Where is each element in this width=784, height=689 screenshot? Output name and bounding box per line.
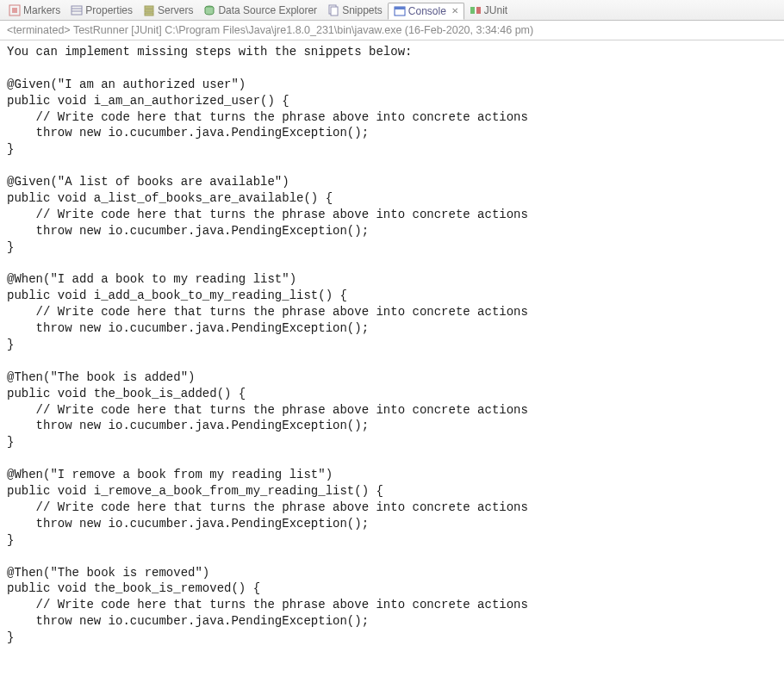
svg-rect-13 — [470, 7, 475, 14]
tab-properties[interactable]: Properties — [65, 3, 138, 18]
tab-servers[interactable]: Servers — [138, 3, 198, 18]
svg-rect-10 — [331, 7, 338, 16]
svg-rect-12 — [395, 7, 405, 9]
markers-icon — [9, 4, 21, 16]
tab-label: Console — [408, 5, 446, 17]
snippets-icon — [327, 4, 339, 16]
svg-rect-2 — [72, 6, 82, 15]
svg-rect-6 — [145, 9, 153, 12]
properties-icon — [71, 4, 83, 16]
tab-snippets[interactable]: Snippets — [322, 3, 388, 18]
servers-icon — [143, 4, 155, 16]
svg-rect-7 — [145, 13, 153, 16]
svg-rect-14 — [476, 7, 481, 14]
svg-rect-5 — [145, 6, 153, 9]
tab-label: Data Source Explorer — [218, 4, 317, 16]
svg-rect-1 — [12, 8, 17, 13]
tab-junit[interactable]: JUnit — [464, 3, 513, 18]
data-source-icon — [203, 4, 215, 16]
junit-icon — [470, 4, 482, 16]
tab-label: Servers — [158, 4, 193, 16]
view-tab-bar: Markers Properties Servers — [0, 0, 784, 21]
tab-label: JUnit — [484, 4, 507, 16]
console-icon — [394, 5, 406, 17]
console-output: You can implement missing steps with the… — [0, 40, 784, 649]
console-status-line: <terminated> TestRunner [JUnit] C:\Progr… — [0, 21, 784, 40]
tab-data-source-explorer[interactable]: Data Source Explorer — [198, 3, 322, 18]
tab-console[interactable]: Console ✕ — [388, 3, 464, 20]
tab-markers[interactable]: Markers — [3, 3, 65, 18]
tab-label: Markers — [23, 4, 60, 16]
tab-label: Properties — [85, 4, 133, 16]
tab-label: Snippets — [342, 4, 383, 16]
close-icon[interactable]: ✕ — [451, 6, 458, 16]
